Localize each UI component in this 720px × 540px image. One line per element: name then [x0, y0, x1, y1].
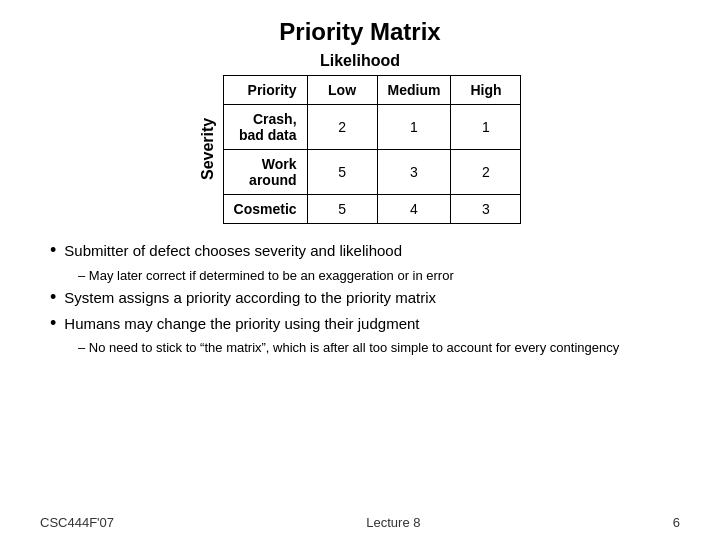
bullet-dot-icon: • — [50, 313, 56, 335]
footer-right: 6 — [673, 515, 680, 530]
cell-0-1: 1 — [377, 104, 451, 149]
bullet-sub-text: – No need to stick to “the matrix”, whic… — [78, 338, 680, 358]
col-header-medium: Medium — [377, 75, 451, 104]
cell-1-2: 2 — [451, 149, 521, 194]
priority-matrix-table: PriorityLowMediumHighCrash,bad data211Wo… — [223, 75, 522, 224]
table-row: Crash,bad data211 — [223, 104, 521, 149]
bullet-text: System assigns a priority according to t… — [64, 287, 436, 310]
likelihood-label: Likelihood — [320, 52, 400, 70]
footer: CSC444F'07 Lecture 8 6 — [40, 509, 680, 530]
table-row: Workaround532 — [223, 149, 521, 194]
page-title: Priority Matrix — [40, 18, 680, 46]
severity-label: Severity — [199, 74, 217, 224]
corner-cell: Priority — [223, 75, 307, 104]
row-label-0: Crash,bad data — [223, 104, 307, 149]
bullet-dot-icon: • — [50, 287, 56, 309]
footer-left: CSC444F'07 — [40, 515, 114, 530]
bullet-sub-text: – May later correct if determined to be … — [78, 266, 680, 286]
footer-center: Lecture 8 — [366, 515, 420, 530]
bullet-text: Submitter of defect chooses severity and… — [64, 240, 402, 263]
bullet-item: •Submitter of defect chooses severity an… — [50, 240, 680, 263]
row-label-1: Workaround — [223, 149, 307, 194]
cell-1-1: 3 — [377, 149, 451, 194]
page: Priority Matrix Likelihood Severity Prio… — [0, 0, 720, 540]
cell-0-0: 2 — [307, 104, 377, 149]
matrix-wrapper: Severity PriorityLowMediumHighCrash,bad … — [199, 74, 522, 224]
bullet-text: Humans may change the priority using the… — [64, 313, 419, 336]
cell-2-0: 5 — [307, 194, 377, 223]
matrix-section: Likelihood Severity PriorityLowMediumHig… — [40, 52, 680, 224]
col-header-high: High — [451, 75, 521, 104]
cell-0-2: 1 — [451, 104, 521, 149]
table-row: Cosmetic543 — [223, 194, 521, 223]
cell-2-1: 4 — [377, 194, 451, 223]
bullet-dot-icon: • — [50, 240, 56, 262]
row-label-2: Cosmetic — [223, 194, 307, 223]
cell-1-0: 5 — [307, 149, 377, 194]
bullets-section: •Submitter of defect chooses severity an… — [40, 240, 680, 360]
bullet-item: •Humans may change the priority using th… — [50, 313, 680, 336]
bullet-item: •System assigns a priority according to … — [50, 287, 680, 310]
cell-2-2: 3 — [451, 194, 521, 223]
col-header-low: Low — [307, 75, 377, 104]
